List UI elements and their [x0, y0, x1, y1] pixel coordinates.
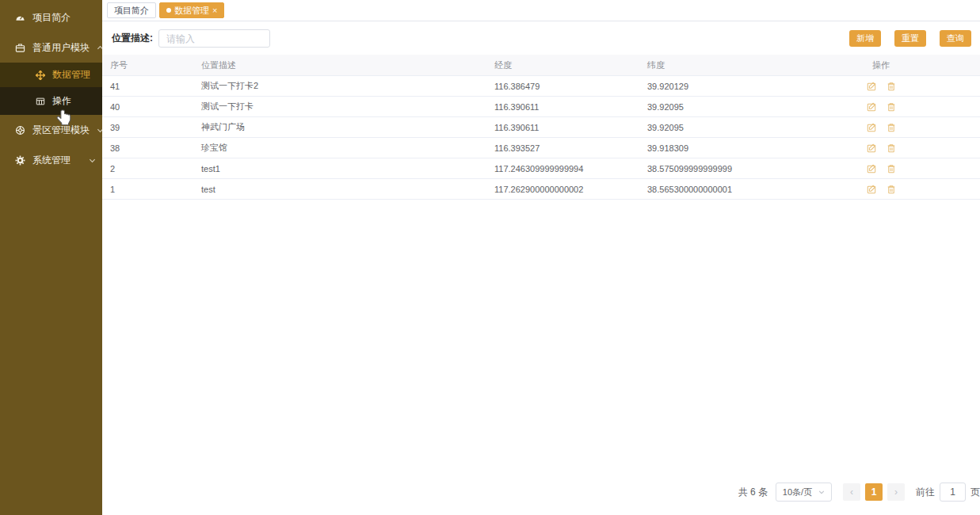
reset-button[interactable]: 重置 [894, 30, 926, 47]
cell-lng: 116.390611 [494, 102, 647, 112]
sidebar-item-scenic-module[interactable]: 景区管理模块 [0, 115, 102, 145]
sidebar-item-user-module[interactable]: 普通用户模块 [0, 32, 102, 63]
cell-index: 39 [110, 123, 201, 132]
edit-icon[interactable] [867, 143, 876, 153]
sidebar-item-label: 普通用户模块 [32, 41, 90, 55]
cell-index: 40 [110, 102, 201, 112]
table-row: 2 test1 117.246309999999994 38.575099999… [102, 158, 980, 179]
edit-icon[interactable] [867, 102, 876, 112]
tab-data-management[interactable]: 数据管理 × [159, 2, 224, 18]
active-dot-icon [166, 8, 171, 13]
table-icon [36, 97, 45, 106]
cell-index: 41 [110, 82, 201, 91]
sidebar-item-label: 系统管理 [32, 154, 71, 167]
table-row: 40 测试一下打卡 116.390611 39.92095 [102, 97, 980, 117]
page-number-button[interactable]: 1 [865, 483, 883, 501]
chevron-down-icon [89, 157, 96, 164]
sidebar-item-data-management[interactable]: 数据管理 [0, 63, 102, 87]
goto-label: 前往 [916, 486, 935, 499]
edit-icon[interactable] [867, 185, 876, 194]
search-label: 位置描述: [112, 32, 153, 45]
close-icon[interactable]: × [212, 6, 217, 15]
delete-icon[interactable] [887, 143, 896, 153]
dashboard-icon [15, 13, 25, 23]
cell-lng: 116.390611 [494, 123, 647, 132]
filter-toolbar: 位置描述: 新增 重置 查询 [102, 21, 980, 55]
briefcase-icon [15, 43, 25, 53]
table-header-row: 序号 位置描述 经度 纬度 操作 [102, 55, 980, 76]
app-window: 项目简介 普通用户模块 数据管理 操作 [0, 0, 980, 515]
add-button[interactable]: 新增 [849, 30, 881, 47]
cell-index: 2 [110, 164, 201, 174]
chevron-up-icon [97, 44, 104, 52]
edit-icon[interactable] [867, 123, 876, 132]
cell-index: 38 [110, 143, 201, 153]
col-header-lng: 经度 [494, 59, 647, 71]
pagination-bar: 共 6 条 10条/页 ‹ 1 › 前往 页 [102, 483, 980, 502]
page-size-value: 10条/页 [783, 486, 812, 498]
cell-lat: 39.918309 [647, 143, 791, 153]
sidebar-item-operation[interactable]: 操作 [0, 87, 102, 115]
tab-project-intro[interactable]: 项目简介 [107, 2, 156, 18]
cell-lng: 116.393527 [494, 143, 647, 153]
sidebar-item-project-intro[interactable]: 项目简介 [0, 2, 102, 32]
cell-desc: 神武门广场 [201, 121, 494, 133]
goto-page-input[interactable] [940, 483, 966, 502]
cell-lat: 38.575099999999999 [647, 164, 791, 174]
pagination-total: 共 6 条 [738, 486, 768, 499]
main-content: 项目简介 数据管理 × 位置描述: 新增 重置 查询 序号 位置描述 经度 [102, 0, 980, 515]
sidebar-item-label: 数据管理 [52, 68, 90, 82]
delete-icon[interactable] [887, 82, 896, 91]
lifebuoy-icon [15, 125, 25, 135]
chevron-down-icon [97, 127, 104, 134]
cell-lng: 117.262900000000002 [494, 185, 647, 194]
move-icon [36, 71, 45, 80]
next-page-button[interactable]: › [887, 483, 905, 501]
page-unit-label: 页 [970, 486, 980, 499]
col-header-desc: 位置描述 [201, 59, 494, 71]
col-header-index: 序号 [110, 59, 201, 71]
cell-lat: 38.565300000000001 [647, 185, 791, 194]
table-row: 38 珍宝馆 116.393527 39.918309 [102, 138, 980, 158]
tab-label: 项目简介 [114, 5, 149, 17]
content-spacer [102, 200, 980, 483]
cell-lat: 39.920129 [647, 82, 791, 91]
col-header-op: 操作 [791, 59, 971, 71]
sidebar-item-system-management[interactable]: 系统管理 [0, 145, 102, 175]
tab-label: 数据管理 [174, 5, 209, 17]
delete-icon[interactable] [887, 164, 896, 174]
cell-index: 1 [110, 185, 201, 194]
cell-desc: test1 [201, 164, 494, 174]
delete-icon[interactable] [887, 102, 896, 112]
table-row: 39 神武门广场 116.390611 39.92095 [102, 117, 980, 138]
sidebar-item-label: 景区管理模块 [32, 124, 90, 137]
page-size-select[interactable]: 10条/页 [776, 483, 832, 502]
search-input[interactable] [158, 29, 270, 48]
delete-icon[interactable] [887, 185, 896, 194]
cell-lng: 117.246309999999994 [494, 164, 647, 174]
data-table: 序号 位置描述 经度 纬度 操作 41 测试一下打卡2 116.386479 3… [102, 55, 980, 200]
prev-page-button[interactable]: ‹ [843, 483, 860, 501]
cell-lng: 116.386479 [494, 82, 647, 91]
cell-desc: 测试一下打卡2 [201, 80, 494, 92]
cell-lat: 39.92095 [647, 102, 791, 112]
button-group: 新增 重置 查询 [849, 30, 971, 47]
table-row: 1 test 117.262900000000002 38.5653000000… [102, 179, 980, 200]
query-button[interactable]: 查询 [940, 30, 971, 47]
edit-icon[interactable] [867, 164, 876, 174]
gear-icon [15, 155, 25, 166]
cell-desc: 测试一下打卡 [201, 101, 494, 113]
sidebar-item-label: 项目简介 [32, 11, 71, 25]
cell-desc: test [201, 185, 494, 194]
col-header-lat: 纬度 [647, 59, 791, 71]
delete-icon[interactable] [887, 123, 896, 132]
chevron-down-icon [818, 489, 825, 495]
edit-icon[interactable] [867, 82, 876, 91]
sidebar-item-label: 操作 [52, 94, 71, 108]
table-row: 41 测试一下打卡2 116.386479 39.920129 [102, 76, 980, 97]
sidebar: 项目简介 普通用户模块 数据管理 操作 [0, 0, 102, 515]
cell-lat: 39.92095 [647, 123, 791, 132]
tab-bar: 项目简介 数据管理 × [102, 0, 980, 21]
cell-desc: 珍宝馆 [201, 142, 494, 154]
